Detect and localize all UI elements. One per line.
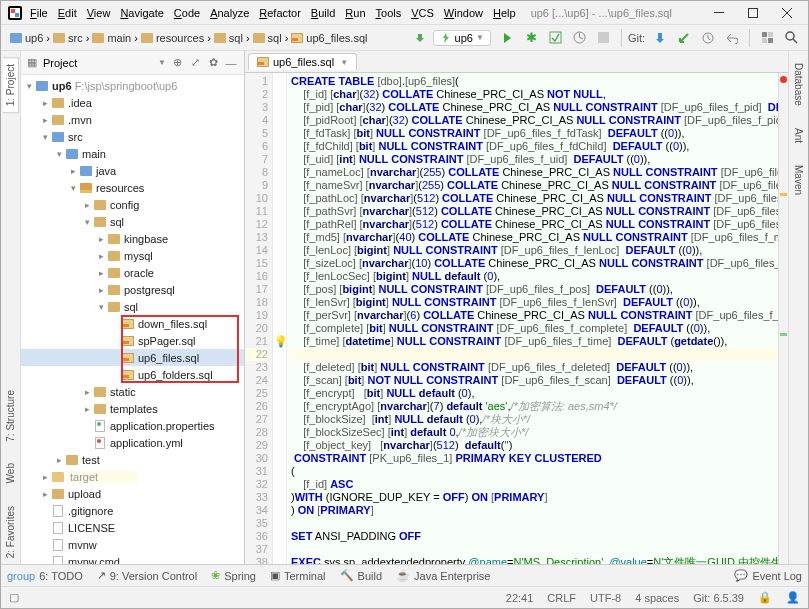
tree-item[interactable]: ▾main xyxy=(21,145,244,162)
crumb-0[interactable]: up6 xyxy=(7,31,46,45)
indent[interactable]: 4 spaces xyxy=(635,592,679,604)
tree-item[interactable]: LICENSE xyxy=(21,519,244,536)
editor-tab[interactable]: up6_files.sql ▼ xyxy=(248,53,357,70)
tree-item[interactable]: up6_files.sql xyxy=(21,349,244,366)
git-commit-icon[interactable] xyxy=(673,27,695,49)
tab-project[interactable]: 1: Project xyxy=(3,57,19,113)
menu-view[interactable]: View xyxy=(82,5,116,21)
gear-icon[interactable]: ✿ xyxy=(206,56,220,69)
gutter[interactable]: 1234567891011121314151617181920212223242… xyxy=(245,73,273,564)
crumb-1[interactable]: src xyxy=(50,31,86,45)
tab-database[interactable]: Database xyxy=(791,57,806,112)
profile-button[interactable] xyxy=(569,27,591,49)
menu-analyze[interactable]: Analyze xyxy=(205,5,254,21)
select-opened-icon[interactable]: ⊕ xyxy=(170,56,184,69)
debug-button[interactable]: ✱ xyxy=(521,27,543,49)
tree-item[interactable]: application.properties xyxy=(21,417,244,434)
tree-item[interactable]: .gitignore xyxy=(21,502,244,519)
crumb-4[interactable]: sql xyxy=(211,31,246,45)
tree-item[interactable]: ▸templates xyxy=(21,400,244,417)
menu-edit[interactable]: Edit xyxy=(53,5,82,21)
menu-refactor[interactable]: Refactor xyxy=(254,5,306,21)
crumb-5[interactable]: sql xyxy=(250,31,285,45)
search-icon[interactable] xyxy=(780,27,802,49)
tree-item[interactable]: ▸oracle xyxy=(21,264,244,281)
run-button[interactable] xyxy=(497,27,519,49)
menu-build[interactable]: Build xyxy=(306,5,340,21)
tree-item[interactable]: down_files.sql xyxy=(21,315,244,332)
caret-pos[interactable]: 22:41 xyxy=(506,592,534,604)
crumb-2[interactable]: main xyxy=(89,31,134,45)
tree-item[interactable]: application.yml xyxy=(21,434,244,451)
expand-all-icon[interactable]: ⤢ xyxy=(188,56,202,69)
bottom-vcs[interactable]: ↗9: Version Control xyxy=(97,569,197,582)
tab-maven[interactable]: Maven xyxy=(791,159,806,201)
encoding[interactable]: UTF-8 xyxy=(590,592,621,604)
menu-file[interactable]: File xyxy=(25,5,53,21)
tree-root[interactable]: ▾ up6 F:\jsp\springboot\up6 xyxy=(21,77,244,94)
close-button[interactable] xyxy=(772,3,802,23)
warn-marker[interactable] xyxy=(780,193,787,196)
ok-marker[interactable] xyxy=(780,333,787,336)
tree-item[interactable]: mvnw.cmd xyxy=(21,553,244,564)
tree-item[interactable]: ▸.idea xyxy=(21,94,244,111)
inspect-icon[interactable]: 👤 xyxy=(786,591,800,604)
menu-run[interactable]: Run xyxy=(340,5,370,21)
menu-tools[interactable]: Tools xyxy=(371,5,407,21)
lock-icon[interactable]: 🔒 xyxy=(758,591,772,604)
tree-item[interactable]: ▸upload xyxy=(21,485,244,502)
menu-navigate[interactable]: Navigate xyxy=(115,5,168,21)
bottom-todo[interactable]: group6: TODO xyxy=(7,570,83,582)
menu-help[interactable]: Help xyxy=(488,5,521,21)
build-icon[interactable] xyxy=(409,27,431,49)
project-structure-icon[interactable] xyxy=(756,27,778,49)
coverage-button[interactable] xyxy=(545,27,567,49)
crumb-3[interactable]: resources xyxy=(138,31,207,45)
tree-item[interactable]: ▾src xyxy=(21,128,244,145)
tree-item[interactable]: ▸postgresql xyxy=(21,281,244,298)
code-area[interactable]: CREATE TABLE [dbo].[up6_files]( [f_id] [… xyxy=(287,73,778,564)
tree-item[interactable]: spPager.sql xyxy=(21,332,244,349)
status-icon[interactable]: ▢ xyxy=(9,591,19,604)
git-update-icon[interactable] xyxy=(649,27,671,49)
error-stripe[interactable] xyxy=(778,73,788,564)
tree-item[interactable]: ▸static xyxy=(21,383,244,400)
window-title: up6 [...\up6] - ...\up6_files.sql xyxy=(531,7,700,19)
maximize-button[interactable] xyxy=(738,3,768,23)
minimize-button[interactable] xyxy=(704,3,734,23)
stop-button[interactable] xyxy=(593,27,615,49)
bottom-javaee[interactable]: ☕Java Enterprise xyxy=(396,569,490,582)
tree-item[interactable]: ▸kingbase xyxy=(21,230,244,247)
tab-favorites[interactable]: 2: Favorites xyxy=(3,500,18,564)
git-history-icon[interactable] xyxy=(697,27,719,49)
git-rollback-icon[interactable] xyxy=(721,27,743,49)
tree-item[interactable]: ▸java xyxy=(21,162,244,179)
event-log[interactable]: 💬Event Log xyxy=(734,569,802,582)
tree-item[interactable]: ▾sql xyxy=(21,298,244,315)
bottom-terminal[interactable]: ▣Terminal xyxy=(270,569,326,582)
bottom-spring[interactable]: ❀Spring xyxy=(211,569,256,582)
error-marker[interactable] xyxy=(780,76,787,83)
tree-item[interactable]: ▸test xyxy=(21,451,244,468)
tree-item[interactable]: ▸.mvn xyxy=(21,111,244,128)
menu-window[interactable]: Window xyxy=(439,5,488,21)
line-ending[interactable]: CRLF xyxy=(547,592,576,604)
tab-structure[interactable]: 7: Structure xyxy=(3,384,18,448)
tree-item[interactable]: ▸target xyxy=(21,468,244,485)
bulb-icon[interactable]: 💡 xyxy=(274,335,288,348)
git-branch[interactable]: Git: 6.5.39 xyxy=(693,592,744,604)
crumb-6[interactable]: up6_files.sql xyxy=(288,31,370,45)
bottom-build[interactable]: 🔨Build xyxy=(340,569,382,582)
tab-web[interactable]: Web xyxy=(3,457,18,489)
tree-item[interactable]: ▾resources xyxy=(21,179,244,196)
run-config-selector[interactable]: up6 ▼ xyxy=(433,30,491,46)
tab-ant[interactable]: Ant xyxy=(791,122,806,149)
tree-item[interactable]: ▸mysql xyxy=(21,247,244,264)
tree-item[interactable]: up6_folders.sql xyxy=(21,366,244,383)
tree-item[interactable]: ▸config xyxy=(21,196,244,213)
menu-code[interactable]: Code xyxy=(169,5,205,21)
tree-item[interactable]: mvnw xyxy=(21,536,244,553)
menu-vcs[interactable]: VCS xyxy=(406,5,439,21)
hide-icon[interactable]: — xyxy=(224,57,238,69)
tree-item[interactable]: ▾sql xyxy=(21,213,244,230)
